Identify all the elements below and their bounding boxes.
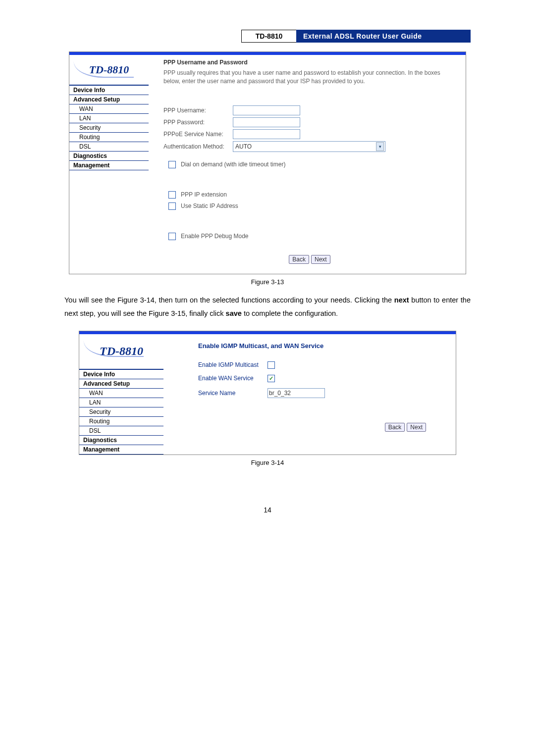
back-button[interactable]: Back xyxy=(289,255,309,264)
nav-dsl[interactable]: DSL xyxy=(69,142,149,151)
back-button[interactable]: Back xyxy=(385,423,405,432)
nav-advanced-setup[interactable]: Advanced Setup xyxy=(79,379,163,389)
next-button[interactable]: Next xyxy=(311,255,330,264)
enable-debug-checkbox[interactable] xyxy=(168,233,176,240)
nav-routing[interactable]: Routing xyxy=(69,133,149,142)
screenshot-ppp-config: TD-8810 Device Info Advanced Setup WAN L… xyxy=(69,51,466,274)
next-button[interactable]: Next xyxy=(407,423,426,432)
device-logo: TD-8810 xyxy=(69,55,149,85)
nav-diagnostics[interactable]: Diagnostics xyxy=(79,436,163,445)
nav-management[interactable]: Management xyxy=(79,445,163,454)
sidebar: TD-8810 Device Info Advanced Setup WAN L… xyxy=(69,55,149,170)
ppp-password-label: PPP Password: xyxy=(163,119,233,126)
body-text-3: to complete the configuration. xyxy=(242,309,338,317)
use-static-ip-checkbox[interactable] xyxy=(168,202,176,210)
ppp-username-label: PPP Username: xyxy=(163,107,233,114)
content-panel: PPP Username and Password PPP usually re… xyxy=(149,55,466,274)
body-text-1: You will see the Figure 3-14, then turn … xyxy=(64,296,394,304)
nav-dsl[interactable]: DSL xyxy=(79,426,163,436)
logo-text: TD-8810 xyxy=(100,345,143,358)
figure-caption-313: Figure 3-13 xyxy=(64,278,471,286)
body-paragraph: You will see the Figure 3-14, then turn … xyxy=(64,294,471,321)
device-logo: TD-8810 xyxy=(79,334,163,369)
pppoe-service-input[interactable] xyxy=(233,129,300,139)
auth-method-select[interactable]: AUTO ▾ xyxy=(233,141,385,152)
ppp-password-input[interactable] xyxy=(233,117,300,127)
enable-wan-label: Enable WAN Service xyxy=(198,375,268,382)
enable-igmp-label: Enable IGMP Multicast xyxy=(198,361,268,368)
nav-wan[interactable]: WAN xyxy=(79,389,163,398)
service-name-input[interactable]: br_0_32 xyxy=(268,388,325,398)
sidebar: TD-8810 Device Info Advanced Setup WAN L… xyxy=(79,334,163,454)
nav-security[interactable]: Security xyxy=(69,123,149,133)
page-number: 14 xyxy=(64,506,471,514)
chevron-down-icon: ▾ xyxy=(376,142,384,151)
dial-on-demand-checkbox[interactable] xyxy=(168,161,176,168)
auth-method-label: Authentication Method: xyxy=(163,143,233,150)
logo-text: TD-8810 xyxy=(89,63,129,76)
enable-igmp-checkbox[interactable] xyxy=(268,361,275,369)
nav-device-info[interactable]: Device Info xyxy=(79,370,163,379)
ppp-ip-ext-label: PPP IP extension xyxy=(181,191,227,198)
nav-wan[interactable]: WAN xyxy=(69,104,149,114)
content-title: PPP Username and Password xyxy=(163,59,456,66)
dial-on-demand-label: Dial on demand (with idle timeout timer) xyxy=(181,161,285,168)
use-static-ip-label: Use Static IP Address xyxy=(181,202,238,209)
service-name-label: Service Name xyxy=(198,390,268,397)
ppp-username-input[interactable] xyxy=(233,105,300,115)
content-panel: Enable IGMP Multicast, and WAN Service E… xyxy=(163,334,456,446)
nav-routing[interactable]: Routing xyxy=(79,417,163,426)
nav-management[interactable]: Management xyxy=(69,161,149,170)
pppoe-service-label: PPPoE Service Name: xyxy=(163,131,233,138)
nav-lan[interactable]: LAN xyxy=(69,114,149,123)
header-model: TD-8810 xyxy=(241,30,296,43)
figure-caption-314: Figure 3-14 xyxy=(64,459,471,466)
enable-wan-checkbox[interactable]: ✓ xyxy=(268,375,275,382)
auth-method-value: AUTO xyxy=(235,143,252,150)
ppp-ip-ext-checkbox[interactable] xyxy=(168,191,176,199)
nav-diagnostics[interactable]: Diagnostics xyxy=(69,151,149,161)
content-desc: PPP usually requires that you have a use… xyxy=(163,69,456,86)
body-bold-next: next xyxy=(394,296,409,304)
body-bold-save: save xyxy=(226,309,242,317)
nav-lan[interactable]: LAN xyxy=(79,398,163,407)
content-title: Enable IGMP Multicast, and WAN Service xyxy=(198,342,446,350)
doc-header: TD-8810 External ADSL Router User Guide xyxy=(64,30,471,43)
screenshot-igmp-config: TD-8810 Device Info Advanced Setup WAN L… xyxy=(79,331,456,455)
nav-security[interactable]: Security xyxy=(79,407,163,417)
enable-debug-label: Enable PPP Debug Mode xyxy=(181,233,249,240)
service-name-value: br_0_32 xyxy=(269,390,291,397)
header-title: External ADSL Router User Guide xyxy=(296,30,471,43)
nav-device-info[interactable]: Device Info xyxy=(69,86,149,95)
nav-advanced-setup[interactable]: Advanced Setup xyxy=(69,95,149,104)
